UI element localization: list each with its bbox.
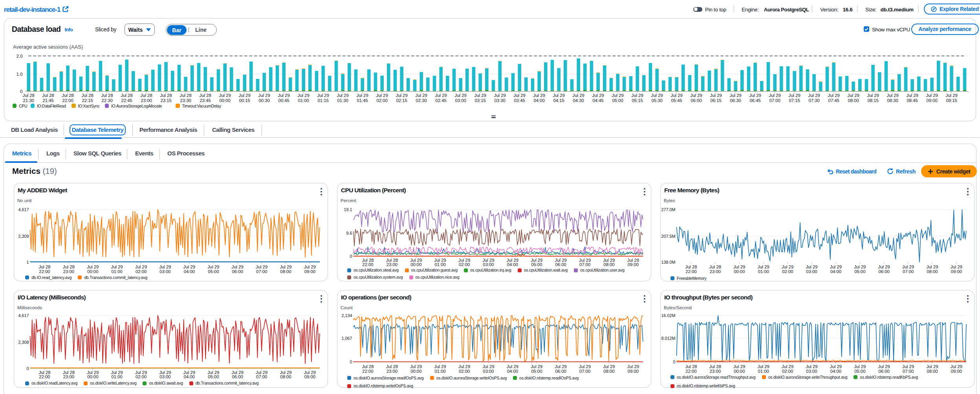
svg-text:22:00: 22:00 <box>39 374 50 379</box>
svg-text:Jul 28: Jul 28 <box>38 264 50 269</box>
svg-text:Jul 29: Jul 29 <box>219 93 231 98</box>
svg-text:08:45: 08:45 <box>907 98 918 103</box>
svg-text:Jul 29: Jul 29 <box>612 93 624 98</box>
svg-text:06:15: 06:15 <box>711 98 722 103</box>
svg-text:03:00: 03:00 <box>483 262 494 267</box>
svg-text:23:00: 23:00 <box>387 262 397 267</box>
svg-text:Jul 29: Jul 29 <box>579 364 591 369</box>
svg-text:Jul 28: Jul 28 <box>63 370 75 375</box>
svg-text:05:00: 05:00 <box>854 269 865 274</box>
svg-text:Jul 29: Jul 29 <box>946 93 958 98</box>
svg-text:Jul 29: Jul 29 <box>730 93 742 98</box>
svg-text:05:15: 05:15 <box>632 98 643 103</box>
svg-text:Jul 29: Jul 29 <box>926 364 938 369</box>
svg-text:Jul 29: Jul 29 <box>183 264 195 269</box>
svg-text:Jul 28: Jul 28 <box>386 364 398 369</box>
svg-text:Jul 29: Jul 29 <box>87 264 99 269</box>
svg-text:9.6: 9.6 <box>346 231 352 235</box>
svg-text:03:15: 03:15 <box>475 98 486 103</box>
svg-text:07:00: 07:00 <box>903 369 914 374</box>
svg-text:16.02M: 16.02M <box>661 313 675 318</box>
svg-text:22:00: 22:00 <box>362 262 373 267</box>
svg-text:04:30: 04:30 <box>573 98 584 103</box>
svg-text:01:00: 01:00 <box>435 262 446 267</box>
svg-text:05:45: 05:45 <box>671 98 682 103</box>
svg-text:03:00: 03:00 <box>806 269 817 274</box>
svg-text:Jul 29: Jul 29 <box>878 364 890 369</box>
svg-text:07:00: 07:00 <box>769 98 780 103</box>
svg-text:Jul 29: Jul 29 <box>710 93 722 98</box>
svg-text:22:00: 22:00 <box>685 269 696 274</box>
svg-text:Jul 28: Jul 28 <box>121 93 133 98</box>
svg-text:06:30: 06:30 <box>730 98 741 103</box>
svg-text:22:00: 22:00 <box>62 98 73 103</box>
svg-text:Jul 29: Jul 29 <box>632 93 643 98</box>
svg-text:08:00: 08:00 <box>927 369 938 374</box>
svg-text:00:15: 00:15 <box>239 98 250 103</box>
svg-text:Jul 28: Jul 28 <box>82 93 93 98</box>
svg-text:Jul 29: Jul 29 <box>256 264 267 269</box>
svg-text:00:00: 00:00 <box>410 369 421 374</box>
svg-text:08:00: 08:00 <box>280 269 291 274</box>
svg-text:Jul 29: Jul 29 <box>806 264 817 269</box>
svg-text:Jul 29: Jul 29 <box>769 93 781 98</box>
svg-text:04:00: 04:00 <box>534 98 545 103</box>
svg-text:06:00: 06:00 <box>555 369 566 374</box>
svg-text:05:00: 05:00 <box>531 262 542 267</box>
svg-text:Jul 29: Jul 29 <box>758 264 769 269</box>
svg-text:Jul 29: Jul 29 <box>951 364 962 369</box>
svg-text:Jul 29: Jul 29 <box>111 370 123 375</box>
svg-text:Jul 29: Jul 29 <box>304 264 316 269</box>
svg-text:09:00: 09:00 <box>304 374 315 379</box>
svg-text:05:00: 05:00 <box>854 369 865 374</box>
svg-text:Jul 28: Jul 28 <box>42 93 54 98</box>
svg-text:Jul 29: Jul 29 <box>902 364 914 369</box>
svg-text:01:00: 01:00 <box>758 269 769 274</box>
svg-text:02:00: 02:00 <box>136 269 147 274</box>
svg-text:Jul 29: Jul 29 <box>458 364 470 369</box>
svg-text:Jul 29: Jul 29 <box>298 93 310 98</box>
svg-text:01:45: 01:45 <box>357 98 368 103</box>
svg-text:03:00: 03:00 <box>806 369 817 374</box>
svg-text:Jul 29: Jul 29 <box>135 264 147 269</box>
svg-text:21:45: 21:45 <box>43 98 54 103</box>
svg-text:Jul 29: Jul 29 <box>531 364 542 369</box>
svg-text:Jul 29: Jul 29 <box>830 264 842 269</box>
svg-text:06:00: 06:00 <box>232 374 243 379</box>
svg-text:06:00: 06:00 <box>232 269 243 274</box>
svg-text:Jul 29: Jul 29 <box>627 364 639 369</box>
svg-text:Jul 29: Jul 29 <box>854 264 866 269</box>
svg-text:22:00: 22:00 <box>362 369 373 374</box>
svg-text:02:00: 02:00 <box>459 262 470 267</box>
svg-text:Jul 29: Jul 29 <box>239 93 251 98</box>
svg-text:09:00: 09:00 <box>927 98 938 103</box>
svg-text:Jul 28: Jul 28 <box>63 264 75 269</box>
svg-text:07:00: 07:00 <box>579 369 590 374</box>
svg-text:07:00: 07:00 <box>256 374 267 379</box>
svg-text:Jul 29: Jul 29 <box>416 93 427 98</box>
svg-text:Jul 28: Jul 28 <box>685 364 697 369</box>
svg-text:Jul 29: Jul 29 <box>258 93 270 98</box>
svg-text:22:45: 22:45 <box>121 98 132 103</box>
svg-text:2,308: 2,308 <box>18 340 29 345</box>
svg-text:1.0: 1.0 <box>16 72 23 77</box>
svg-text:Jul 29: Jul 29 <box>135 370 147 375</box>
svg-text:Jul 29: Jul 29 <box>806 364 817 369</box>
svg-text:23:00: 23:00 <box>63 374 74 379</box>
svg-text:08:00: 08:00 <box>603 262 614 267</box>
svg-text:01:00: 01:00 <box>112 269 123 274</box>
svg-text:06:00: 06:00 <box>691 98 702 103</box>
svg-text:Jul 29: Jul 29 <box>317 93 329 98</box>
svg-text:07:00: 07:00 <box>256 269 267 274</box>
svg-text:23:30: 23:30 <box>180 98 191 103</box>
svg-text:Jul 29: Jul 29 <box>691 93 702 98</box>
svg-text:04:00: 04:00 <box>830 369 841 374</box>
svg-text:Jul 29: Jul 29 <box>159 370 171 375</box>
svg-text:Jul 29: Jul 29 <box>749 93 761 98</box>
svg-text:23:45: 23:45 <box>200 98 211 103</box>
svg-text:00:00: 00:00 <box>87 374 98 379</box>
svg-text:01:30: 01:30 <box>337 98 348 103</box>
svg-text:Jul 28: Jul 28 <box>200 93 211 98</box>
svg-text:04:00: 04:00 <box>184 269 195 274</box>
svg-text:Jul 29: Jul 29 <box>926 264 938 269</box>
